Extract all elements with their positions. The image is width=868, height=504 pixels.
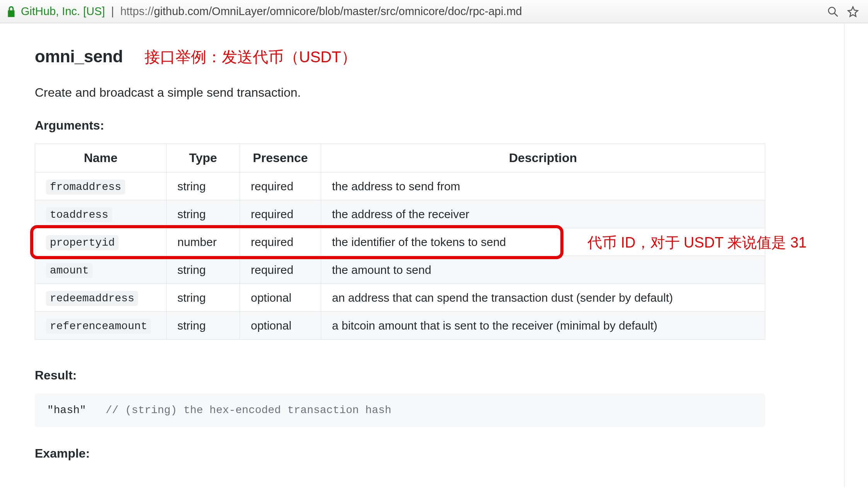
arguments-heading: Arguments:	[35, 118, 809, 133]
ssl-org-name: GitHub, Inc. [US]	[21, 5, 105, 18]
arg-presence-cell: required	[240, 228, 321, 256]
arg-name-cell: redeemaddress	[35, 284, 167, 312]
doc-article: omni_send 接口举例：发送代币（USDT） Create and bro…	[0, 23, 844, 487]
address-bar-left: GitHub, Inc. [US] |	[5, 5, 116, 18]
arg-name-code: fromaddress	[46, 179, 125, 195]
table-row: redeemaddressstringoptionalan address th…	[35, 284, 765, 312]
table-row: toaddressstringrequiredthe address of th…	[35, 200, 765, 228]
arg-name-cell: propertyid	[35, 228, 167, 256]
annotation-heading: 接口举例：发送代币（USDT）	[145, 46, 357, 68]
arg-presence-cell: optional	[240, 284, 321, 312]
arg-name-cell: amount	[35, 256, 167, 284]
arg-name-cell: referenceamount	[35, 312, 167, 340]
table-row: fromaddressstringrequiredthe address to …	[35, 173, 765, 200]
arg-description-cell: an address that can spend the transactio…	[321, 284, 765, 312]
annotation-row-label: 代币 ID，对于 USDT 来说值是 31	[587, 233, 807, 253]
table-row: amountstringrequiredthe amount to send	[35, 256, 765, 284]
result-code-block: "hash" // (string) the hex-encoded trans…	[35, 393, 765, 427]
browser-address-bar[interactable]: GitHub, Inc. [US] | https://github.com/O…	[0, 0, 868, 23]
arg-name-cell: toaddress	[35, 200, 167, 228]
svg-line-1	[834, 13, 838, 16]
svg-point-0	[829, 7, 836, 14]
arg-type-cell: string	[167, 200, 240, 228]
col-description: Description	[321, 144, 765, 173]
address-url[interactable]: https://github.com/OmniLayer/omnicore/bl…	[120, 5, 823, 18]
arg-type-cell: string	[167, 173, 240, 200]
table-header-row: Name Type Presence Description	[35, 144, 765, 173]
bookmark-star-icon[interactable]	[847, 6, 859, 17]
arg-name-code: propertyid	[46, 235, 119, 250]
code-string-token: "hash"	[47, 404, 86, 416]
arg-presence-cell: optional	[240, 312, 321, 340]
arg-type-cell: string	[167, 312, 240, 340]
arg-name-code: referenceamount	[46, 319, 151, 334]
url-rest: github.com/OmniLayer/omnicore/blob/maste…	[154, 5, 522, 17]
arguments-table-wrap: Name Type Presence Description fromaddre…	[35, 144, 765, 340]
table-row: referenceamountstringoptionala bitcoin a…	[35, 312, 765, 340]
code-comment-token: // (string) the hex-encoded transaction …	[106, 404, 391, 416]
arg-description-cell: the amount to send	[321, 256, 765, 284]
arg-description-cell: the address to send from	[321, 173, 765, 200]
arg-name-cell: fromaddress	[35, 173, 167, 200]
url-scheme: https://	[120, 5, 154, 17]
lock-icon	[5, 6, 17, 17]
col-name: Name	[35, 144, 167, 173]
address-bar-right	[827, 6, 863, 17]
arg-description-cell: a bitcoin amount that is sent to the rec…	[321, 312, 765, 340]
zoom-icon[interactable]	[827, 6, 839, 17]
col-type: Type	[167, 144, 240, 173]
example-heading: Example:	[35, 446, 809, 461]
arg-name-code: redeemaddress	[46, 291, 138, 306]
arg-presence-cell: required	[240, 173, 321, 200]
col-presence: Presence	[240, 144, 321, 173]
arg-description-cell: the address of the receiver	[321, 200, 765, 228]
arg-name-code: toaddress	[46, 207, 112, 222]
result-heading: Result:	[35, 368, 809, 383]
api-method-summary: Create and broadcast a simple send trans…	[35, 85, 809, 100]
arg-presence-cell: required	[240, 256, 321, 284]
arg-type-cell: string	[167, 284, 240, 312]
arg-type-cell: number	[167, 228, 240, 256]
address-separator: |	[109, 5, 117, 18]
arg-type-cell: string	[167, 256, 240, 284]
api-method-heading: omni_send	[35, 47, 123, 66]
arg-presence-cell: required	[240, 200, 321, 228]
arg-name-code: amount	[46, 263, 93, 278]
